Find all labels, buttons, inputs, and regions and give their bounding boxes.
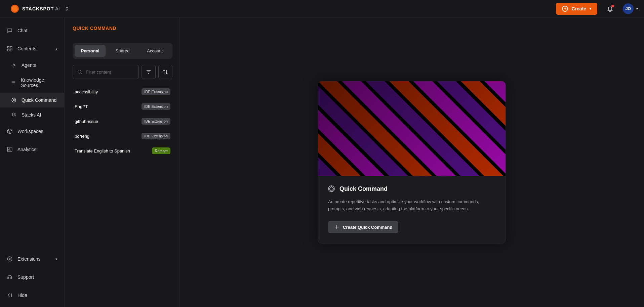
- list-item[interactable]: porteng IDE Extension: [73, 129, 172, 143]
- grid-icon: [7, 46, 13, 52]
- filter-button[interactable]: [142, 65, 156, 79]
- search-input-wrap: [73, 65, 139, 79]
- sidebar-item-label: Support: [17, 274, 34, 280]
- notification-dot-icon: [611, 5, 614, 7]
- sidebar-item-chat[interactable]: Chat: [0, 21, 64, 40]
- sidebar-item-contents[interactable]: Contents ▴: [0, 40, 64, 58]
- sidebar-item-stacks-ai[interactable]: Stacks AI: [0, 107, 64, 122]
- badge-ide-extension: IDE Extension: [142, 103, 170, 110]
- chevron-up-icon: ▴: [55, 47, 57, 51]
- card-description: Automate repetitive tasks and optimize y…: [328, 199, 495, 213]
- sidebar-item-label: Contents: [17, 46, 36, 51]
- panel-title: QUICK COMMAND: [73, 26, 172, 31]
- sidebar-item-label: Stacks AI: [22, 112, 41, 118]
- sidebar-item-label: Workspaces: [17, 129, 43, 134]
- chart-icon: [7, 146, 13, 152]
- avatar: JO: [623, 3, 634, 14]
- create-quick-command-button[interactable]: Create Quick Command: [328, 221, 398, 233]
- brand-switcher[interactable]: STACKSPOTAI: [11, 5, 69, 13]
- sidebar-item-extensions[interactable]: Extensions ▾: [0, 250, 64, 268]
- plus-icon: [334, 224, 339, 230]
- svg-rect-3: [10, 49, 12, 51]
- brand-logo-icon: [11, 5, 19, 13]
- sidebar-item-label: Quick Command: [22, 97, 56, 103]
- stack-icon: [11, 80, 16, 85]
- sidebar-item-support[interactable]: Support: [0, 268, 64, 286]
- command-list: accessibility IDE Extension EngPT IDE Ex…: [73, 84, 172, 158]
- svg-point-8: [78, 70, 81, 73]
- sidebar-item-label: Hide: [17, 293, 27, 298]
- svg-point-7: [7, 257, 12, 261]
- filter-icon: [146, 69, 152, 75]
- sidebar-item-label: Extensions: [17, 256, 40, 262]
- layers-icon: [11, 112, 17, 118]
- command-ring-icon: [328, 185, 335, 192]
- hero-image: [318, 81, 506, 176]
- badge-remote: Remote: [152, 147, 170, 154]
- sidebar-item-knowledge-sources[interactable]: Knowledge Sources: [0, 73, 64, 93]
- list-item[interactable]: accessibility IDE Extension: [73, 84, 172, 99]
- svg-rect-0: [7, 46, 9, 48]
- sort-icon: [162, 69, 168, 75]
- badge-ide-extension: IDE Extension: [142, 118, 170, 125]
- sidebar-item-label: Agents: [22, 62, 36, 68]
- create-button-label: Create: [571, 6, 586, 11]
- cube-icon: [7, 128, 13, 134]
- headset-icon: [7, 274, 13, 280]
- header-actions: + Create ▾ JO ▾: [556, 3, 638, 15]
- cta-label: Create Quick Command: [343, 225, 392, 230]
- feature-card: Quick Command Automate repetitive tasks …: [318, 81, 506, 244]
- sidebar-item-hide[interactable]: Hide: [0, 286, 64, 304]
- command-panel: QUICK COMMAND Personal Shared Account ac…: [65, 17, 179, 307]
- chevron-down-icon: ▾: [636, 7, 638, 10]
- chevron-down-icon: ▾: [590, 7, 591, 10]
- notifications-button[interactable]: [607, 5, 613, 12]
- sidebar-item-analytics[interactable]: Analytics: [0, 140, 64, 159]
- sidebar-item-label: Knowledge Sources: [21, 77, 57, 88]
- search-icon: [77, 69, 82, 75]
- sidebar-item-workspaces[interactable]: Workspaces: [0, 122, 64, 140]
- tab-shared[interactable]: Shared: [107, 45, 138, 57]
- badge-ide-extension: IDE Extension: [142, 133, 170, 139]
- sidebar-item-quick-command[interactable]: Quick Command: [0, 93, 64, 107]
- list-item[interactable]: github-issue IDE Extension: [73, 114, 172, 129]
- command-icon: [11, 97, 17, 103]
- brand-name: STACKSPOTAI: [22, 6, 60, 11]
- sidebar-item-agents[interactable]: Agents: [0, 58, 64, 73]
- chat-icon: [7, 28, 13, 34]
- card-title: Quick Command: [339, 185, 388, 192]
- tab-account[interactable]: Account: [139, 45, 170, 57]
- list-item[interactable]: Translate English to Spanish Remote: [73, 143, 172, 158]
- list-item[interactable]: EngPT IDE Extension: [73, 99, 172, 114]
- sidebar-item-label: Analytics: [17, 147, 36, 152]
- chevron-down-icon: ▾: [55, 257, 57, 261]
- search-input[interactable]: [86, 70, 134, 75]
- svg-point-4: [13, 64, 14, 66]
- user-menu[interactable]: JO ▾: [623, 3, 638, 14]
- main-content: Quick Command Automate repetitive tasks …: [179, 17, 644, 307]
- scope-tabs: Personal Shared Account: [73, 43, 172, 59]
- svg-rect-1: [10, 46, 12, 48]
- play-icon: [7, 256, 13, 262]
- updown-icon: [65, 6, 69, 11]
- collapse-icon: [7, 292, 13, 298]
- badge-ide-extension: IDE Extension: [142, 88, 170, 95]
- sort-button[interactable]: [158, 65, 172, 79]
- create-button[interactable]: + Create ▾: [556, 3, 597, 15]
- svg-rect-2: [7, 49, 9, 51]
- app-header: STACKSPOTAI + Create ▾ JO ▾: [0, 0, 644, 17]
- plus-circle-icon: +: [562, 6, 568, 12]
- agent-icon: [11, 62, 17, 68]
- sidebar: Chat Contents ▴ Agents Knowledge Source: [0, 17, 65, 307]
- tab-personal[interactable]: Personal: [75, 45, 106, 57]
- sidebar-item-label: Chat: [17, 28, 28, 33]
